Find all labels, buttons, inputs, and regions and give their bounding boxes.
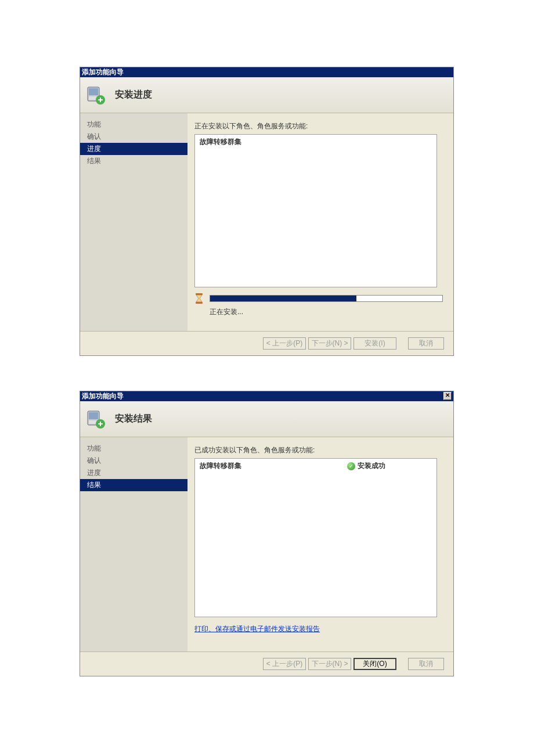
success-icon: ✓ [347, 462, 355, 470]
sidebar-item-results[interactable]: 结果 [80, 479, 187, 491]
content-prompt: 已成功安装以下角色、角色服务或功能: [194, 445, 443, 455]
wizard-header: 安装结果 [80, 401, 453, 437]
add-features-wizard-results: 添加功能向导 ✕ 安装结果 功能 确认 进度 结果 [80, 391, 454, 676]
cancel-button: 取消 [408, 658, 444, 670]
close-button[interactable]: 关闭(O) [353, 658, 396, 670]
hourglass-icon [194, 293, 204, 304]
sidebar-item-confirm[interactable]: 确认 [80, 131, 187, 143]
wizard-header: 安装进度 [80, 77, 453, 113]
prev-button: < 上一步(P) [263, 658, 306, 670]
sidebar-item-progress[interactable]: 进度 [80, 143, 187, 155]
close-button[interactable]: ✕ [443, 392, 452, 400]
list-item: 故障转移群集 [195, 135, 436, 149]
next-button: 下一步(N) > [308, 337, 351, 350]
titlebar[interactable]: 添加功能向导 [80, 67, 453, 77]
prev-button: < 上一步(P) [263, 337, 306, 350]
feature-list: 故障转移群集 [194, 134, 437, 287]
svg-rect-1 [89, 88, 98, 95]
next-button: 下一步(N) > [308, 658, 351, 670]
window-title: 添加功能向导 [82, 391, 124, 401]
cancel-button: 取消 [408, 337, 444, 350]
add-features-wizard-progress: 添加功能向导 安装进度 功能 确认 进度 结果 正在 [80, 67, 454, 356]
server-icon [85, 84, 107, 106]
sidebar-item-confirm[interactable]: 确认 [80, 455, 187, 467]
install-button: 安装(I) [353, 337, 396, 350]
server-icon [85, 408, 107, 430]
wizard-footer: < 上一步(P) 下一步(N) > 安装(I) 取消 [80, 331, 453, 355]
page-title: 安装进度 [115, 89, 152, 101]
progress-bar [210, 295, 443, 302]
sidebar-item-features[interactable]: 功能 [80, 442, 187, 455]
window-title: 添加功能向导 [82, 67, 124, 77]
wizard-footer: < 上一步(P) 下一步(N) > 关闭(O) 取消 [80, 651, 453, 676]
feature-name: 故障转移群集 [200, 137, 241, 147]
svg-rect-5 [196, 302, 203, 304]
report-link[interactable]: 打印、保存或通过电子邮件发送安装报告 [194, 624, 320, 634]
svg-rect-4 [196, 293, 203, 295]
status-text: 安装成功 [358, 461, 385, 471]
wizard-sidebar: 功能 确认 进度 结果 [80, 113, 187, 331]
list-item: 故障转移群集 ✓ 安装成功 [195, 459, 436, 473]
sidebar-item-results[interactable]: 结果 [80, 155, 187, 167]
sidebar-item-features[interactable]: 功能 [80, 118, 187, 131]
svg-rect-7 [89, 412, 98, 419]
feature-list: 故障转移群集 ✓ 安装成功 [194, 458, 437, 617]
content-prompt: 正在安装以下角色、角色服务或功能: [194, 121, 443, 131]
titlebar[interactable]: 添加功能向导 ✕ [80, 391, 453, 401]
wizard-sidebar: 功能 确认 进度 结果 [80, 437, 187, 651]
page-title: 安装结果 [115, 413, 152, 425]
progress-status-text: 正在安装... [194, 307, 443, 317]
feature-name: 故障转移群集 [200, 461, 241, 471]
sidebar-item-progress[interactable]: 进度 [80, 467, 187, 479]
progress-fill [210, 296, 356, 301]
